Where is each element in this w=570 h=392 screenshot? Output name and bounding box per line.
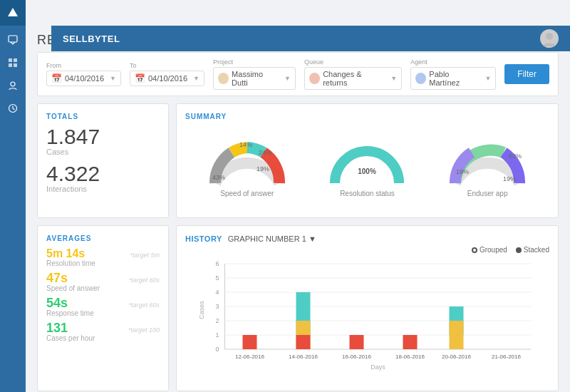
enduser-label: Enduser app (467, 190, 508, 197)
queue-avatar (309, 73, 320, 84)
content-grid: TOTALS 1.847 Cases 4.322 Interactions SU… (26, 103, 570, 392)
sidebar (0, 0, 26, 392)
filter-from: From 📅 04/10/2016 ▼ (46, 62, 121, 86)
svg-text:1: 1 (215, 331, 219, 339)
gauge-speed: 43% 24% 14% 19% Speed of answer (204, 137, 290, 197)
svg-rect-3 (14, 58, 17, 62)
stacked-dot (516, 247, 522, 253)
history-title: HISTORY (185, 234, 222, 243)
speed-label: Speed of answer (220, 190, 274, 197)
user-avatar[interactable] (540, 29, 559, 48)
chevron-icon-3: ▼ (284, 75, 291, 82)
project-avatar (218, 73, 229, 84)
history-subtitle-text: GRAPHIC NUMBER 1 (228, 234, 306, 243)
response-time-label: Response time (46, 309, 160, 317)
svg-point-6 (11, 82, 15, 86)
svg-text:Cases: Cases (198, 301, 205, 319)
svg-text:2: 2 (215, 317, 219, 324)
svg-text:12-06-2016: 12-06-2016 (235, 354, 264, 360)
cases-per-hour-value: 131 (46, 321, 68, 334)
summary-title: SUMMARY (185, 113, 549, 120)
to-date-value: 04/10/2016 (148, 74, 187, 83)
from-date-input[interactable]: 📅 04/10/2016 ▼ (46, 71, 121, 86)
svg-text:43%: 43% (212, 174, 225, 181)
averages-title: AVERAGES (46, 234, 160, 242)
to-label: To (130, 62, 204, 69)
speed-gauge-svg: 43% 24% 14% 19% (204, 137, 290, 187)
enduser-gauge-svg: 62% 19% 19% (445, 137, 530, 187)
project-input[interactable]: Massimo Dutti ▼ (213, 67, 296, 90)
chevron-icon: ▼ (110, 75, 116, 82)
sidebar-icon-chat[interactable] (0, 29, 26, 51)
svg-text:19%: 19% (456, 168, 469, 175)
response-time-value: 54s (46, 296, 68, 309)
svg-rect-2 (9, 58, 12, 62)
bar-2-red (296, 335, 311, 349)
chevron-history: ▼ (309, 234, 316, 243)
svg-rect-4 (9, 63, 12, 67)
sidebar-logo (0, 0, 26, 26)
summary-charts: 43% 24% 14% 19% Speed of answer 100% Res… (185, 126, 549, 208)
app-name: SELLBYTEL (63, 33, 120, 44)
history-legend: Grouped Stacked (185, 246, 549, 254)
avg-cases-per-hour: 131 *target 100 Cases per hour (46, 321, 160, 342)
svg-text:14-06-2016: 14-06-2016 (289, 354, 318, 360)
project-value: Massimo Dutti (232, 70, 279, 87)
chevron-icon-2: ▼ (193, 75, 200, 82)
legend-grouped: Grouped (472, 246, 507, 254)
resolution-gauge-svg: 100% (328, 137, 406, 187)
totals-card: TOTALS 1.847 Cases 4.322 Interactions (37, 103, 169, 218)
resolution-label: Resolution status (340, 190, 395, 197)
svg-text:62%: 62% (509, 153, 522, 160)
svg-text:0: 0 (215, 346, 219, 353)
svg-rect-1 (9, 36, 17, 42)
svg-text:5: 5 (215, 274, 219, 282)
stacked-label: Stacked (524, 246, 549, 254)
sidebar-icon-user[interactable] (0, 74, 26, 97)
to-date-input[interactable]: 📅 04/10/2016 ▼ (130, 71, 204, 86)
svg-text:21-06-2016: 21-06-2016 (492, 354, 521, 360)
agent-label: Agent (410, 58, 496, 66)
svg-text:16-06-2016: 16-06-2016 (342, 354, 371, 360)
cases-label: Cases (46, 148, 160, 156)
calendar-icon-2: 📅 (135, 73, 145, 83)
queue-input[interactable]: Changes & returns ▼ (304, 67, 402, 90)
gauge-resolution: 100% Resolution status (328, 137, 406, 197)
interactions-value: 4.322 (46, 163, 160, 185)
history-subtitle[interactable]: GRAPHIC NUMBER 1 ▼ (228, 234, 316, 243)
sidebar-icon-grid[interactable] (0, 51, 26, 74)
main-area: SELLBYTEL REPORTING From 📅 04/10/2016 ▼ … (26, 26, 570, 392)
calendar-icon: 📅 (51, 73, 62, 83)
summary-card: SUMMARY (176, 103, 559, 218)
svg-text:19%: 19% (503, 175, 516, 182)
svg-text:100%: 100% (358, 167, 377, 175)
avg-response-time: 54s *target 60s Response time (46, 296, 160, 317)
filter-button[interactable]: Filter (504, 64, 549, 84)
speed-answer-label: Speed of answer (46, 284, 160, 292)
svg-marker-0 (8, 8, 18, 16)
response-time-target: *target 60s (128, 301, 160, 309)
resolution-time-target: *target 5m (130, 252, 160, 259)
svg-text:3: 3 (215, 303, 219, 310)
svg-rect-5 (14, 63, 17, 67)
speed-answer-target: *target 60s (128, 277, 160, 284)
svg-text:24%: 24% (259, 149, 271, 156)
queue-label: Queue (304, 58, 402, 66)
bar-4-red (403, 335, 418, 349)
filter-project: Project Massimo Dutti ▼ (213, 58, 296, 90)
cases-per-hour-label: Cases per hour (46, 334, 160, 342)
grouped-label: Grouped (480, 246, 507, 254)
averages-card: AVERAGES 5m 14s *target 5m Resolution ti… (37, 225, 169, 391)
svg-text:19%: 19% (256, 165, 269, 172)
from-label: From (46, 62, 121, 69)
agent-input[interactable]: Pablo Martínez ▼ (410, 67, 496, 90)
legend-stacked: Stacked (516, 246, 549, 254)
grouped-dot (472, 247, 477, 253)
avg-resolution-time: 5m 14s *target 5m Resolution time (46, 248, 160, 267)
sidebar-icon-clock[interactable] (0, 97, 26, 120)
bar-1-red (243, 335, 257, 349)
filter-to: To 📅 04/10/2016 ▼ (130, 62, 204, 86)
svg-point-8 (546, 33, 553, 40)
bar-3-red (350, 335, 364, 349)
resolution-time-value: 5m 14s (46, 248, 85, 259)
